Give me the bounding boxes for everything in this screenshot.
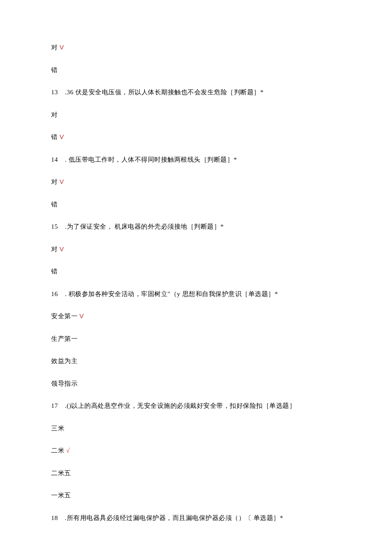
question-number: 13: [51, 87, 63, 97]
option-text: 对: [51, 44, 60, 51]
option-text: 一米五: [51, 492, 71, 499]
option-text: 对: [51, 111, 58, 118]
correct-mark: √: [66, 447, 70, 454]
q14-option-true: 对 V: [51, 177, 341, 187]
q16-option-b: 生产第一: [51, 334, 341, 344]
question-number: 17: [51, 401, 63, 411]
q14-question: 14 . 低压带电工作时，人体不得同时接触两根线头［判断题］*: [51, 155, 341, 165]
option-text: 二米: [51, 447, 66, 454]
option-text: 效益为主: [51, 357, 78, 364]
question-text: .为了保证安全， 机床电器的外壳必须接地［判断题］*: [63, 223, 224, 230]
option-text: 对: [51, 246, 60, 253]
question-number: 14: [51, 155, 63, 165]
q15-question: 15 .为了保证安全， 机床电器的外壳必须接地［判断题］*: [51, 222, 341, 232]
q15-option-false: 错: [51, 267, 341, 276]
q17-option-b: 二米 √: [51, 446, 341, 456]
question-text: .所有用电器具必须经过漏电保护器，而且漏电保护器必须（）〔 单选题］*: [63, 514, 283, 521]
q12-option-false: 错: [51, 65, 341, 75]
option-text: 安全第一: [51, 313, 79, 320]
q17-option-d: 一米五: [51, 491, 341, 500]
option-text: 错: [51, 268, 58, 275]
q18-question: 18 .所有用电器具必须经过漏电保护器，而且漏电保护器必须（）〔 单选题］*: [51, 513, 341, 523]
question-text: .36 伏是安全电压值，所以人体长期接触也不会发生危险［判断题］*: [63, 89, 264, 96]
question-text: . 积极参加各种安全活动，牢固树立"（y 思想和自我保护意识［单选题］*: [63, 291, 278, 297]
option-text: 错: [51, 67, 58, 73]
option-text: 对: [51, 178, 60, 185]
q15-option-true: 对 V: [51, 244, 341, 254]
correct-mark: V: [60, 44, 64, 51]
correct-mark: V: [79, 312, 84, 320]
option-text: 错: [51, 201, 58, 208]
q17-question: 17 .()以上的高处悬空作业，无安全设施的必须戴好安全带，扣好保险扣［单选题］: [51, 401, 341, 411]
q16-option-c: 效益为主: [51, 356, 341, 366]
q16-option-d: 领导指示: [51, 379, 341, 389]
option-text: 生产第一: [51, 335, 78, 342]
question-text: . 低压带电工作时，人体不得同时接触两根线头［判断题］*: [63, 156, 237, 163]
q16-question: 16 . 积极参加各种安全活动，牢固树立"（y 思想和自我保护意识［单选题］*: [51, 289, 341, 299]
q13-option-false: 错 V: [51, 132, 341, 142]
q13-option-true: 对: [51, 110, 341, 120]
correct-mark: V: [60, 178, 64, 185]
q17-option-a: 三米: [51, 424, 341, 433]
q12-option-true: 对 V: [51, 43, 341, 52]
correct-mark: V: [60, 133, 64, 140]
option-text: 二米五: [51, 470, 71, 477]
option-text: 三米: [51, 425, 64, 432]
q16-option-a: 安全第一 V: [51, 311, 341, 321]
option-text: 错: [51, 134, 60, 140]
q17-option-c: 二米五: [51, 468, 341, 478]
correct-mark: V: [60, 245, 64, 253]
option-text: 领导指示: [51, 380, 78, 387]
question-number: 18: [51, 513, 63, 523]
q14-option-false: 错: [51, 200, 341, 209]
question-text: .()以上的高处悬空作业，无安全设施的必须戴好安全带，扣好保险扣［单选题］: [63, 402, 296, 409]
question-number: 15: [51, 222, 63, 232]
q13-question: 13 .36 伏是安全电压值，所以人体长期接触也不会发生危险［判断题］*: [51, 87, 341, 97]
question-number: 16: [51, 289, 63, 299]
